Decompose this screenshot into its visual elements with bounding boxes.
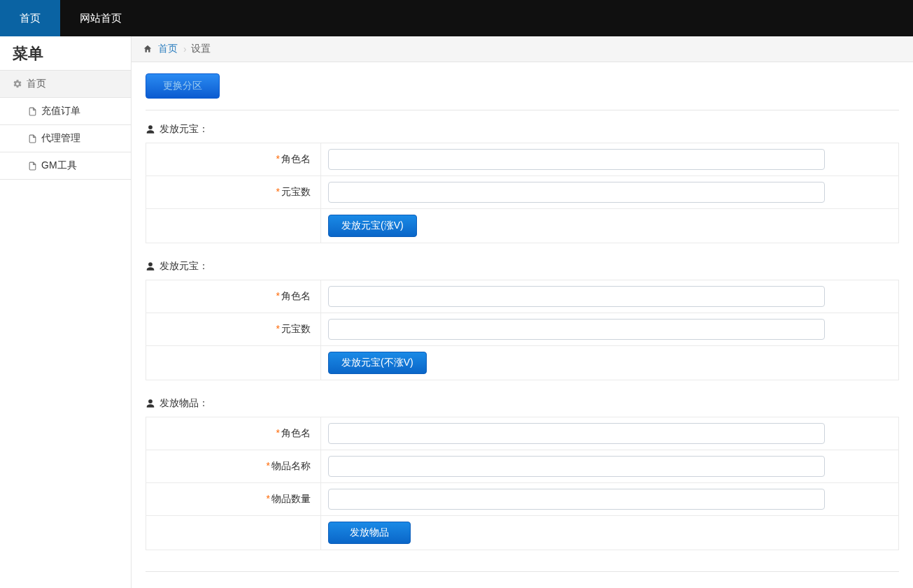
section3-item-name-input[interactable] (328, 456, 825, 477)
breadcrumb-current: 设置 (191, 43, 211, 55)
sidebar-title: 菜单 (0, 36, 131, 71)
section3-item-qty-input[interactable] (328, 489, 825, 510)
file-icon (28, 107, 37, 116)
section1-amount-input[interactable] (328, 182, 825, 203)
sidebar-item-label: GM工具 (41, 159, 77, 172)
sidebar-item-recharge[interactable]: 充值订单 (0, 98, 131, 125)
section1-form: *角色名 *元宝数 发放元宝(涨V) (146, 143, 899, 243)
user-icon (146, 261, 155, 271)
sidebar-item-label: 充值订单 (41, 105, 80, 117)
top-nav: 首页 网站首页 (0, 0, 913, 36)
file-icon (28, 134, 37, 143)
section2-amount-input[interactable] (328, 319, 825, 340)
section2-form: *角色名 *元宝数 发放元宝(不涨V) (146, 280, 899, 380)
section3-item-name-label: 物品名称 (271, 460, 311, 471)
section3-item-qty-label: 物品数量 (271, 493, 311, 504)
chevron-right-icon: › (183, 43, 187, 55)
sidebar-item-label: 代理管理 (41, 132, 80, 145)
sidebar-item-agent[interactable]: 代理管理 (0, 125, 131, 152)
section1-role-label: 角色名 (281, 153, 311, 164)
section2-head: 发放元宝： (146, 260, 899, 273)
sidebar: 菜单 首页 充值订单 代理管理 GM工具 (0, 36, 132, 588)
section2-role-label: 角色名 (281, 290, 311, 301)
section1-head: 发放元宝： (146, 123, 899, 136)
home-icon (143, 44, 153, 54)
gear-icon (13, 79, 22, 89)
section3-head: 发放物品： (146, 397, 899, 410)
sidebar-group-home[interactable]: 首页 (0, 71, 131, 98)
breadcrumb-home-link[interactable]: 首页 (158, 43, 178, 55)
change-zone-button[interactable]: 更换分区 (146, 73, 220, 99)
section3-role-label: 角色名 (281, 427, 311, 438)
topnav-tab-home[interactable]: 首页 (0, 0, 60, 36)
sidebar-item-gm-tools[interactable]: GM工具 (0, 152, 131, 180)
section3-role-input[interactable] (328, 423, 825, 444)
section3-submit-button[interactable]: 发放物品 (328, 522, 411, 544)
user-icon (146, 124, 155, 134)
section2-title: 发放元宝： (160, 260, 208, 273)
section2-role-input[interactable] (328, 286, 825, 307)
content: 首页 › 设置 更换分区 发放元宝： *角色名 (132, 36, 913, 588)
file-icon (28, 162, 37, 171)
section2-submit-button[interactable]: 发放元宝(不涨V) (328, 352, 427, 374)
section1-title: 发放元宝： (160, 123, 208, 136)
user-icon (146, 399, 155, 408)
sidebar-group-label: 首页 (27, 78, 46, 90)
breadcrumb: 首页 › 设置 (132, 36, 913, 62)
divider (146, 571, 899, 572)
section2-amount-label: 元宝数 (281, 323, 311, 334)
section1-role-input[interactable] (328, 149, 825, 170)
section3-form: *角色名 *物品名称 *物品数量 发放物品 (146, 417, 899, 550)
section3-title: 发放物品： (160, 397, 208, 410)
section1-submit-button[interactable]: 发放元宝(涨V) (328, 215, 417, 237)
topnav-tab-site-home[interactable]: 网站首页 (60, 0, 141, 36)
section1-amount-label: 元宝数 (281, 186, 311, 197)
divider (146, 110, 899, 110)
